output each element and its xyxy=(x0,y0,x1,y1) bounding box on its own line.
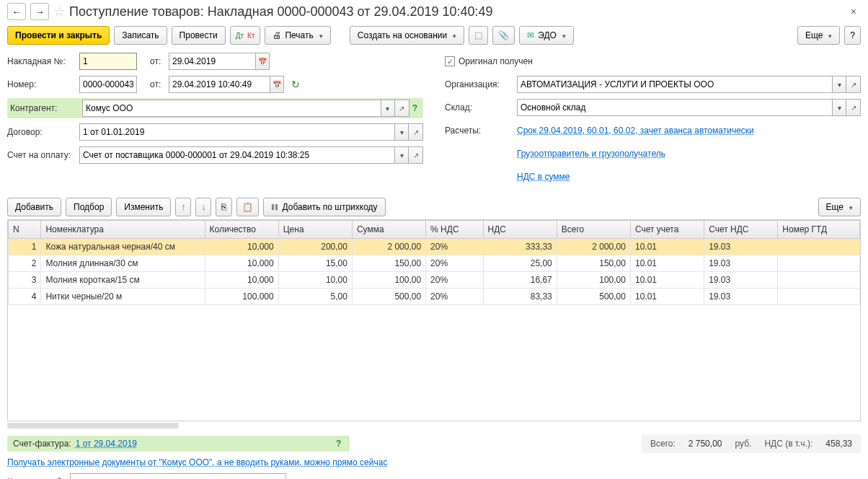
print-button[interactable]: 🖨 Печать xyxy=(265,26,330,45)
column-header[interactable]: Количество xyxy=(205,221,278,239)
table-row[interactable]: 1Кожа натуральная черная/40 см10,000200,… xyxy=(9,239,860,255)
paste-button[interactable]: 📋 xyxy=(236,198,259,216)
vat-label: НДС (в т.ч.): xyxy=(764,439,812,449)
invoice-footer-link[interactable]: 1 от 29.04.2019 xyxy=(76,439,137,449)
column-header[interactable]: % НДС xyxy=(426,221,483,239)
column-header[interactable]: НДС xyxy=(483,221,557,239)
chevron-down-icon xyxy=(451,30,456,40)
open-icon[interactable]: ↗ xyxy=(395,100,409,117)
column-header[interactable]: Сумма xyxy=(352,221,425,239)
select-items-button[interactable]: Подбор xyxy=(66,198,112,216)
calendar-icon[interactable]: 📅 xyxy=(255,53,270,70)
favorite-icon[interactable]: ☆ xyxy=(53,4,65,19)
add-row-button[interactable]: Добавить xyxy=(7,198,61,216)
printer-icon: 🖨 xyxy=(273,30,281,40)
org-label: Организация: xyxy=(445,79,517,89)
account-label: Счет на оплату: xyxy=(7,150,79,160)
comment-input[interactable] xyxy=(70,473,286,479)
counterparty-label: Контрагент: xyxy=(10,103,82,113)
edo-button[interactable]: ✉ ЭДО xyxy=(519,26,574,45)
move-up-button[interactable]: ↑ xyxy=(175,198,191,216)
horizontal-scrollbar[interactable] xyxy=(7,423,861,429)
send-icon: ✉ xyxy=(527,30,534,40)
table-row[interactable]: 3Молния короткая/15 см10,00010,00100,002… xyxy=(9,272,860,289)
number-date-input[interactable] xyxy=(169,76,270,93)
help-button[interactable]: ? xyxy=(844,26,861,45)
copy-button[interactable]: ⎘ xyxy=(216,198,232,216)
total-value: 2 750,00 xyxy=(688,439,722,449)
calc-label: Расчеты: xyxy=(445,126,517,136)
total-label: Всего: xyxy=(650,439,676,449)
invoice-no-label: Накладная №: xyxy=(7,56,79,66)
items-table-wrapper: NНоменклатураКоличествоЦенаСумма% НДСНДС… xyxy=(7,219,861,421)
barcode-icon: ⦀⦀ xyxy=(271,202,278,212)
vat-link[interactable]: НДС в сумме xyxy=(517,172,570,182)
table-row[interactable]: 4Нитки черные/20 м100,0005,00500,0020%83… xyxy=(9,289,860,305)
calc-link[interactable]: Срок 29.04.2019, 60.01, 60.02, зачет ава… xyxy=(517,126,754,136)
column-header[interactable]: Номенклатура xyxy=(41,221,205,239)
column-header[interactable]: Счет учета xyxy=(630,221,704,239)
debit-credit-button[interactable]: ДтКт xyxy=(230,26,261,45)
table-row[interactable]: 2Молния длинная/30 см10,00015,00150,0020… xyxy=(9,255,860,272)
chevron-down-icon xyxy=(826,30,832,40)
column-header[interactable]: Счет НДС xyxy=(704,221,778,239)
counterparty-input[interactable] xyxy=(82,100,381,117)
warehouse-input[interactable] xyxy=(517,99,832,116)
number-input[interactable] xyxy=(79,76,137,93)
contract-input[interactable] xyxy=(79,123,394,141)
account-input[interactable] xyxy=(79,146,394,164)
invoice-no-input[interactable] xyxy=(79,53,137,70)
calendar-icon[interactable]: 📅 xyxy=(270,76,284,93)
original-received-checkbox[interactable]: ✓ xyxy=(445,56,455,66)
paperclip-icon: 📎 xyxy=(498,30,509,40)
help-icon[interactable]: ? xyxy=(333,439,344,449)
number-label: Номер: xyxy=(7,79,79,89)
chevron-down-icon xyxy=(317,30,323,40)
related-docs-button[interactable]: ⬚ xyxy=(469,26,488,45)
help-icon[interactable]: ? xyxy=(409,103,420,113)
from-label: от: xyxy=(150,56,169,66)
post-close-button[interactable]: Провести и закрыть xyxy=(7,26,110,45)
forward-button[interactable]: → xyxy=(30,3,49,20)
column-header[interactable]: Всего xyxy=(557,221,630,239)
link-icon: ⬚ xyxy=(474,30,482,40)
dropdown-icon[interactable]: ▾ xyxy=(832,99,846,116)
dropdown-icon[interactable]: ▾ xyxy=(394,146,409,164)
post-button[interactable]: Провести xyxy=(172,26,226,45)
dropdown-icon[interactable]: ▾ xyxy=(394,123,409,141)
vat-value: 458,33 xyxy=(825,439,852,449)
more-button[interactable]: Еще xyxy=(797,26,840,45)
chevron-down-icon xyxy=(847,202,853,212)
edit-row-button[interactable]: Изменить xyxy=(116,198,171,216)
open-icon[interactable]: ↗ xyxy=(409,146,423,164)
shipper-link[interactable]: Грузоотправитель и грузополучатель xyxy=(517,149,665,159)
back-button[interactable]: ← xyxy=(7,3,26,20)
column-header[interactable]: Номер ГТД xyxy=(778,221,860,239)
move-down-button[interactable]: ↓ xyxy=(195,198,211,216)
column-header[interactable]: N xyxy=(9,221,41,239)
dropdown-icon[interactable]: ▾ xyxy=(832,76,846,93)
save-button[interactable]: Записать xyxy=(114,26,167,45)
paste-icon: 📋 xyxy=(242,202,253,212)
open-icon[interactable]: ↗ xyxy=(846,76,861,93)
create-based-button[interactable]: Создать на основании xyxy=(350,26,465,45)
invoice-footer-label: Счет-фактура: xyxy=(13,439,71,449)
attach-button[interactable]: 📎 xyxy=(492,26,515,45)
column-header[interactable]: Цена xyxy=(278,221,352,239)
table-more-button[interactable]: Еще xyxy=(818,198,861,216)
contract-label: Договор: xyxy=(7,127,79,137)
invoice-date-input[interactable] xyxy=(169,53,255,70)
original-received-label: Оригинал получен xyxy=(459,56,533,66)
chevron-down-icon xyxy=(560,30,566,40)
page-title: Поступление товаров: Накладная 0000-0000… xyxy=(69,4,842,19)
warehouse-label: Склад: xyxy=(445,102,517,113)
open-icon[interactable]: ↗ xyxy=(409,123,423,141)
barcode-button[interactable]: ⦀⦀ Добавить по штрихкоду xyxy=(263,198,385,216)
open-icon[interactable]: ↗ xyxy=(846,99,861,116)
close-icon[interactable]: × xyxy=(846,6,861,17)
org-input[interactable] xyxy=(517,76,832,93)
promo-link[interactable]: Получать электронные документы от "Комус… xyxy=(7,457,387,467)
items-table[interactable]: NНоменклатураКоличествоЦенаСумма% НДСНДС… xyxy=(8,220,860,305)
dropdown-icon[interactable]: ▾ xyxy=(381,100,395,117)
refresh-icon[interactable]: ↻ xyxy=(291,79,300,90)
